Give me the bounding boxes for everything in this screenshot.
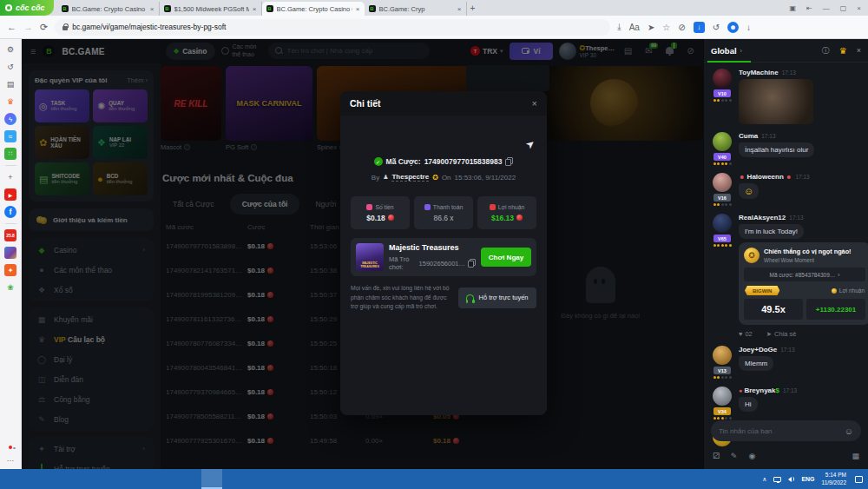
browser-tab-3-active[interactable]: BC.Game: Crypto Casino Gan ×: [262, 2, 365, 16]
more-icon[interactable]: …: [4, 453, 16, 465]
play-now-button[interactable]: Chơi Ngay: [481, 248, 531, 267]
avatar[interactable]: [713, 387, 732, 406]
bookmark-star-icon[interactable]: ☆: [662, 23, 670, 32]
taskbar-active-app[interactable]: [201, 469, 222, 489]
gif-icon[interactable]: ◉: [748, 452, 755, 460]
address-bar[interactable]: bc.game/vi/game/majestic-treasures-by-pg…: [55, 19, 610, 36]
share-button[interactable]: ➤Chia sẻ: [766, 330, 797, 338]
close-chat-icon[interactable]: ×: [857, 46, 861, 55]
emoji-picker-icon[interactable]: ☺: [845, 426, 853, 436]
forward-button[interactable]: →: [23, 22, 33, 32]
add-shortcut-icon[interactable]: +: [4, 171, 16, 183]
copy-icon[interactable]: [468, 259, 476, 268]
vip-badge: V65: [713, 235, 731, 242]
avatar[interactable]: [713, 69, 732, 88]
chat-image-attachment[interactable]: [739, 79, 813, 124]
close-tab-icon[interactable]: ×: [356, 5, 360, 13]
profile-avatar[interactable]: ☻: [727, 22, 739, 33]
site-favicon: [369, 5, 376, 12]
live-support-button[interactable]: Hỗ trợ trực tuyến: [458, 287, 536, 308]
volume-icon[interactable]: [788, 477, 794, 482]
youtube-icon[interactable]: ▶: [4, 188, 16, 201]
pip-icon[interactable]: ▣: [790, 4, 797, 12]
copy-icon[interactable]: [505, 157, 513, 166]
coin-icon: [832, 288, 837, 294]
deal-flower-icon[interactable]: ❀: [4, 281, 16, 294]
user-badge-icon: ✪: [432, 174, 438, 182]
minimize-button[interactable]: —: [823, 4, 830, 12]
network-icon[interactable]: [773, 477, 781, 482]
browser-tab-2[interactable]: $1,500 Midweek PGSoft Mult ×: [160, 2, 262, 16]
save-page-icon[interactable]: ⤓: [617, 22, 621, 32]
chat-info-icon[interactable]: ⓘ: [822, 45, 830, 56]
chat-header: Global › ⓘ ♛ ×: [704, 39, 868, 63]
vip-badge: V16: [713, 194, 731, 202]
action-center-icon[interactable]: [855, 476, 863, 483]
history-icon[interactable]: ↺: [4, 61, 16, 73]
games-icon[interactable]: ∷: [4, 148, 16, 160]
bet-id-value: 1749007977015838983: [424, 157, 503, 166]
close-icon[interactable]: ×: [532, 98, 537, 109]
zalo-icon[interactable]: ≈: [4, 130, 16, 142]
reading-list-icon[interactable]: ▤: [4, 78, 16, 90]
heart-icon: ♥: [739, 330, 742, 338]
site-favicon: [266, 5, 273, 12]
chat-messages: V10 ToyMachine17:13 V40 Cuma17:13İnşalla…: [704, 63, 868, 469]
adblock-shield-icon[interactable]: ⊘: [678, 23, 685, 32]
angry-emoji-icon: ☻: [786, 174, 792, 180]
chat-message-input[interactable]: [719, 427, 840, 435]
sync-icon[interactable]: ↺: [713, 23, 720, 32]
chat-message: V40 Cuma17:13İnşallah hayırlısı olur: [711, 132, 861, 165]
profit-icon: [490, 204, 496, 210]
bet-username[interactable]: Thespectre: [391, 173, 429, 182]
red-dot-icon: ●: [739, 387, 742, 393]
win-bet-id[interactable]: Mã cược: #8543784309…›: [744, 268, 865, 281]
new-tab-button[interactable]: +: [467, 3, 479, 13]
shop-icon[interactable]: ✦: [4, 264, 16, 276]
maximize-button[interactable]: ▢: [840, 4, 847, 12]
close-tab-icon[interactable]: ×: [253, 5, 257, 13]
settings-gear-icon[interactable]: ⚙: [4, 43, 16, 56]
dice-icon[interactable]: ⚂: [713, 452, 720, 460]
close-window-button[interactable]: ×: [857, 4, 861, 12]
translate-icon[interactable]: Aa: [629, 23, 640, 32]
chat-input-box[interactable]: ☺: [711, 420, 861, 441]
avatar[interactable]: [713, 132, 732, 151]
language-indicator[interactable]: ENG: [801, 476, 814, 482]
game-tile-icon[interactable]: [4, 247, 16, 259]
tray-expand-icon[interactable]: ∧: [762, 476, 766, 483]
avatar[interactable]: [713, 173, 732, 192]
browser-tab-1[interactable]: BC.Game: Crypto Casino Gan ×: [57, 2, 160, 16]
chat-toolbar: ⚂ ✎ ◉ ▦: [713, 450, 859, 462]
back-button[interactable]: ←: [7, 22, 16, 32]
download-extension-icon[interactable]: ↓: [694, 22, 705, 33]
keyboard-icon[interactable]: ▦: [852, 452, 859, 460]
chat-room-selector[interactable]: Global: [711, 46, 737, 56]
trophy-icon[interactable]: ♛: [839, 46, 847, 56]
user-icon: ♟: [383, 174, 388, 181]
rules-pen-icon[interactable]: ✎: [731, 452, 738, 460]
reload-button[interactable]: ⟳: [40, 22, 48, 33]
win-share-card[interactable]: ✪ Chiến thắng có vị ngọt ngào!Wheel Wow …: [739, 242, 868, 325]
share-icon[interactable]: ➤: [648, 23, 654, 32]
avatar[interactable]: [713, 346, 732, 365]
messenger-icon[interactable]: ϟ: [4, 113, 16, 125]
downloads-tray-icon[interactable]: ↓: [746, 23, 751, 32]
reader-icon[interactable]: ⇤: [806, 4, 812, 12]
facebook-icon[interactable]: f: [4, 206, 16, 218]
avatar[interactable]: [713, 214, 732, 233]
stat-amount: Số tiền $0.18: [351, 196, 410, 229]
sale-25-8-icon[interactable]: 25.8: [4, 229, 16, 241]
taskbar-clock[interactable]: 5:14 PM11/9/2022: [822, 472, 846, 486]
like-button[interactable]: ♥02: [739, 330, 753, 338]
game-thumbnail[interactable]: MAJESTIC TREASURES: [356, 243, 384, 271]
close-tab-icon[interactable]: ×: [150, 5, 155, 13]
close-tab-icon[interactable]: ×: [457, 5, 462, 13]
game-card: MAJESTIC TREASURES Majestic Treasures Mã…: [351, 238, 536, 276]
coccoc-menu-button[interactable]: cốc cốc: [0, 0, 54, 16]
browser-tab-4[interactable]: BC.Game: Cryp ×: [365, 2, 467, 16]
coccoc-brand: cốc cốc: [16, 3, 45, 12]
share-icon: ➤: [766, 330, 772, 338]
ssl-lock-icon[interactable]: [62, 26, 68, 30]
hot-trend-icon[interactable]: ♛: [4, 96, 16, 108]
